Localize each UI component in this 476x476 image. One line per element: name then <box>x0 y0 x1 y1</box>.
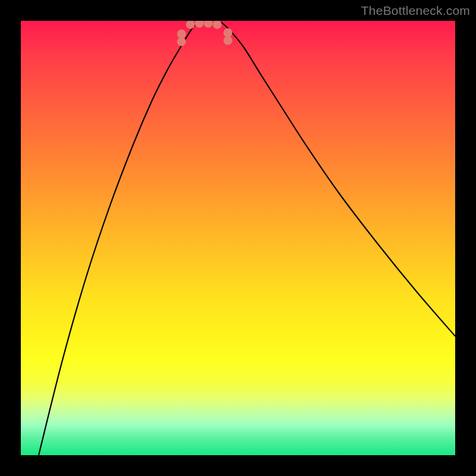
minimum-marker <box>224 29 233 37</box>
minimum-marker <box>195 21 204 28</box>
watermark-text: TheBottleneck.com <box>361 4 470 18</box>
minimum-marker <box>224 36 233 45</box>
chart-plot-area <box>21 21 455 455</box>
bottleneck-curve <box>21 21 455 455</box>
minimum-marker <box>213 21 222 29</box>
curve-left-branch <box>39 21 202 455</box>
minimum-marker <box>177 30 186 39</box>
minimum-marker <box>177 37 186 46</box>
curve-right-branch <box>217 21 455 336</box>
minimum-marker <box>204 21 213 28</box>
minimum-marker <box>186 21 195 29</box>
chart-frame: TheBottleneck.com <box>0 0 476 476</box>
